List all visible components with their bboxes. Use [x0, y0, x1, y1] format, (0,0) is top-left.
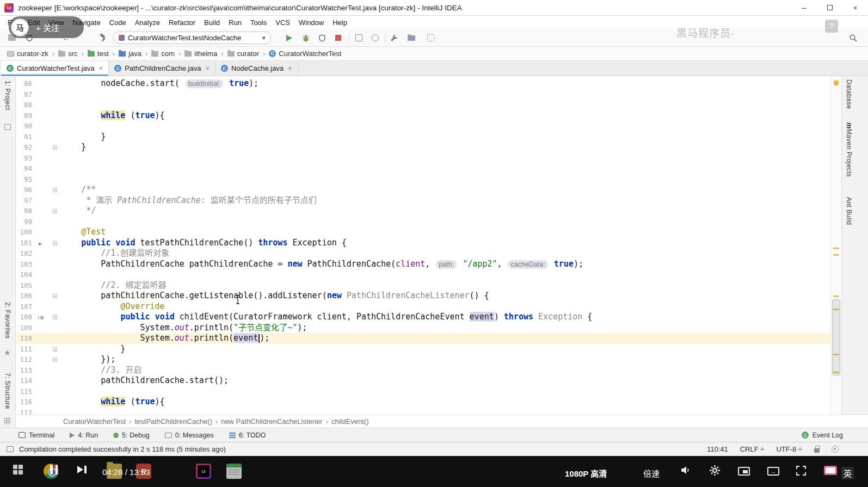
menu-item-vcs[interactable]: VCS: [271, 17, 294, 28]
code-line-87[interactable]: 87: [16, 89, 830, 100]
mini-player-icon[interactable]: [738, 467, 750, 476]
close-tab-icon[interactable]: ×: [288, 64, 292, 72]
path-item-itheima[interactable]: itheima: [183, 50, 219, 58]
code-line-99[interactable]: 99: [16, 217, 830, 227]
toolwindow-button-terminal[interactable]: Terminal: [19, 431, 54, 439]
next-video-button[interactable]: [77, 466, 87, 473]
minimize-button[interactable]: ─: [791, 0, 817, 15]
widescreen-icon[interactable]: ↔: [767, 467, 779, 476]
inspection-indicator-icon[interactable]: [834, 81, 839, 85]
code-line-108[interactable]: 108↑o public void childEvent(CuratorFram…: [16, 312, 830, 323]
menu-item-code[interactable]: Code: [105, 17, 131, 28]
code-line-106[interactable]: 106 pathChildrenCache.getListenable().ad…: [16, 291, 830, 301]
path-item-curator-zk[interactable]: curator-zk: [5, 50, 50, 58]
toolwindow-ant[interactable]: Ant Build: [845, 197, 853, 225]
ime-indicator[interactable]: 英: [841, 467, 854, 479]
close-tab-icon[interactable]: ×: [99, 64, 103, 72]
debug-button[interactable]: [300, 33, 311, 43]
code-line-88[interactable]: 88: [16, 100, 830, 110]
code-line-107[interactable]: 107 @Override: [16, 301, 830, 312]
code-line-97[interactable]: 97 * 演示 PathChildrenCache: 监听某个节点的所有子节点们: [16, 195, 830, 206]
toolwindow-structure[interactable]: 7: Structure: [4, 373, 11, 409]
vcs-update-icon[interactable]: [426, 33, 436, 43]
grid-icon[interactable]: [4, 418, 11, 424]
menu-item-analyze[interactable]: Analyze: [131, 17, 164, 28]
code-line-90[interactable]: 90: [16, 121, 830, 132]
menu-item-help[interactable]: Help: [328, 17, 352, 28]
toolwindow-button-4-run[interactable]: 4: Run: [70, 431, 98, 439]
stop-button[interactable]: [333, 33, 343, 43]
player-settings-gear-icon[interactable]: [710, 465, 720, 478]
breadcrumb-item[interactable]: testPathChildrenCache(): [133, 417, 213, 426]
maximize-button[interactable]: [817, 0, 842, 15]
code-line-101[interactable]: 101▶ public void testPathChildrenCache()…: [16, 238, 830, 249]
lock-icon[interactable]: [814, 448, 820, 453]
code-line-116[interactable]: 116 while (true){: [16, 397, 830, 408]
fold-marker-icon[interactable]: [53, 241, 57, 245]
breadcrumb-item[interactable]: new PathChildrenCacheListener: [220, 417, 323, 426]
fold-marker-icon[interactable]: [53, 188, 57, 192]
menu-item-build[interactable]: Build: [200, 17, 224, 28]
coverage-button[interactable]: [317, 33, 327, 43]
intellij-taskbar-icon[interactable]: IJ: [196, 464, 211, 479]
path-item-java[interactable]: java: [117, 50, 143, 58]
menu-item-window[interactable]: Window: [294, 17, 328, 28]
code-line-95[interactable]: 95: [16, 174, 830, 185]
attach-process-icon[interactable]: [370, 33, 380, 43]
fold-marker-icon[interactable]: [53, 145, 57, 150]
search-everywhere-icon[interactable]: [848, 33, 858, 43]
code-line-115[interactable]: 115: [16, 386, 830, 397]
path-item-src[interactable]: src: [57, 50, 79, 58]
code-line-113[interactable]: 113 //3. 开启: [16, 365, 830, 376]
bilibili-tv-icon[interactable]: [824, 466, 837, 475]
toolwindow-toggle-icon[interactable]: [7, 446, 14, 452]
breadcrumb-item[interactable]: CuratorWatcherTest: [62, 417, 127, 426]
fold-marker-icon[interactable]: [53, 315, 57, 319]
fold-marker-icon[interactable]: [53, 294, 57, 298]
path-item-com[interactable]: com: [150, 50, 176, 58]
editor-scrollbar[interactable]: [830, 76, 841, 415]
path-item-curator[interactable]: curator: [226, 50, 261, 58]
project-structure-icon[interactable]: [406, 33, 416, 43]
code-line-104[interactable]: 104: [16, 269, 830, 280]
toolwindow-database[interactable]: Database: [845, 79, 853, 109]
path-item-curatorwatchertest[interactable]: CCuratorWatcherTest: [267, 50, 343, 58]
caret-position[interactable]: 110:41: [707, 445, 728, 453]
code-line-93[interactable]: 93: [16, 153, 830, 164]
breadcrumb-item[interactable]: childEvent(): [330, 417, 370, 426]
run-test-icon[interactable]: ▶: [39, 241, 42, 246]
run-button[interactable]: [284, 33, 294, 43]
code-line-92[interactable]: 92 }: [16, 142, 830, 153]
volume-icon[interactable]: [680, 465, 691, 477]
file-encoding[interactable]: UTF-8 ÷: [776, 445, 802, 453]
close-tab-icon[interactable]: ×: [205, 64, 210, 72]
run-configuration-select[interactable]: CuratorWatcherTest.testNodeCache ▾: [113, 32, 271, 44]
code-line-94[interactable]: 94: [16, 163, 830, 174]
code-line-100[interactable]: 100 @Test: [16, 227, 830, 238]
code-line-91[interactable]: 91 }: [16, 132, 830, 143]
code-line-114[interactable]: 114 pathChildrenCache.start();: [16, 375, 830, 386]
build-hammer-icon[interactable]: [98, 33, 108, 43]
code-line-96[interactable]: 96 /**: [16, 184, 830, 195]
code-line-103[interactable]: 103 PathChildrenCache pathChildrenCache …: [16, 259, 830, 270]
menu-item-tools[interactable]: Tools: [246, 17, 271, 28]
path-item-test[interactable]: test: [86, 50, 110, 58]
menu-item-refactor[interactable]: Refactor: [164, 17, 200, 28]
pause-button[interactable]: [50, 465, 58, 474]
quality-button[interactable]: 1080P 高清: [565, 467, 607, 479]
windows-start-button[interactable]: [13, 465, 23, 474]
toolwindow-maven[interactable]: mMaven Projects: [845, 122, 853, 177]
bookmark-icon[interactable]: [4, 124, 11, 130]
event-log-button[interactable]: 1 Event Log: [802, 431, 868, 439]
code-line-102[interactable]: 102 //1.创建监听对象: [16, 248, 830, 259]
code-line-105[interactable]: 105 //2. 绑定监听器: [16, 280, 830, 291]
close-button[interactable]: ×: [842, 0, 868, 15]
code-line-109[interactable]: 109 System.out.println("子节点变化了~");: [16, 323, 830, 334]
fold-marker-icon[interactable]: [53, 209, 57, 213]
settings-wrench-icon[interactable]: [389, 33, 399, 43]
toolwindow-button-6-todo[interactable]: 6: TODO: [229, 431, 266, 439]
fold-marker-icon[interactable]: [53, 357, 57, 362]
scrollbar-thumb[interactable]: [832, 299, 840, 375]
menu-item-run[interactable]: Run: [224, 17, 246, 28]
toolwindow-button-5-debug[interactable]: 5: Debug: [113, 431, 150, 439]
